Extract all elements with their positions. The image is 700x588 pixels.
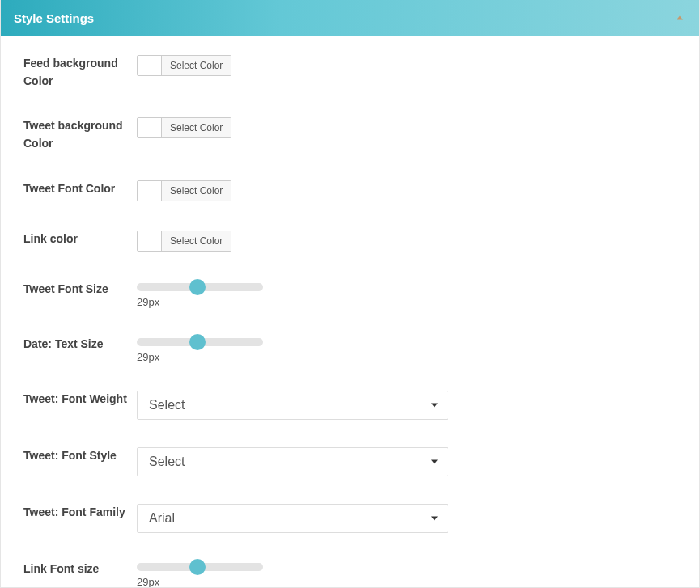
row-tweet-font-family: Tweet: Font Family Arial (23, 504, 677, 533)
label-tweet-font-weight: Tweet: Font Weight (23, 391, 137, 408)
slider-thumb-date-text-size[interactable] (189, 334, 206, 350)
control-link-font-size: 29px (137, 561, 677, 588)
slider-value-tweet-font-size: 29px (137, 296, 263, 308)
panel-header[interactable]: Style Settings (1, 0, 699, 36)
label-tweet-font-family: Tweet: Font Family (23, 504, 137, 522)
color-swatch-link-color[interactable] (138, 231, 162, 251)
control-tweet-font-family: Arial (137, 504, 677, 533)
label-link-font-size: Link Font size (23, 561, 137, 578)
label-tweet-font-style: Tweet: Font Style (23, 447, 137, 465)
slider-tweet-font-size: 29px (137, 283, 263, 308)
control-feed-bg: Select Color (137, 55, 677, 78)
color-swatch-feed-bg[interactable] (138, 56, 162, 75)
select-tweet-font-family[interactable]: Arial (137, 504, 448, 533)
chevron-down-icon (431, 459, 438, 463)
label-tweet-font-size: Tweet Font Size (23, 281, 137, 298)
slider-thumb-link-font-size[interactable] (189, 559, 206, 575)
control-tweet-font-weight: Select (137, 391, 677, 420)
row-tweet-font-weight: Tweet: Font Weight Select (23, 391, 677, 420)
select-color-button-tweet-font-color[interactable]: Select Color (162, 181, 231, 201)
label-link-color: Link color (23, 231, 137, 248)
color-picker-tweet-bg[interactable]: Select Color (137, 117, 231, 138)
row-tweet-bg: Tweet background Color Select Color (23, 117, 677, 152)
select-value-tweet-font-family: Arial (149, 511, 175, 526)
panel-body: Feed background Color Select Color Tweet… (1, 36, 699, 588)
row-link-font-size: Link Font size 29px (23, 561, 677, 588)
slider-track-tweet-font-size[interactable] (137, 283, 263, 291)
color-swatch-tweet-font-color[interactable] (138, 181, 162, 201)
control-date-text-size: 29px (137, 336, 677, 363)
panel-title: Style Settings (14, 11, 94, 25)
control-tweet-font-color: Select Color (137, 180, 677, 203)
control-tweet-bg: Select Color (137, 117, 677, 140)
select-color-button-link-color[interactable]: Select Color (162, 231, 231, 251)
row-tweet-font-style: Tweet: Font Style Select (23, 447, 677, 476)
row-tweet-font-size: Tweet Font Size 29px (23, 281, 677, 308)
select-color-button-tweet-bg[interactable]: Select Color (162, 118, 231, 137)
chevron-down-icon (431, 516, 438, 520)
style-settings-panel: Style Settings Feed background Color Sel… (0, 0, 700, 588)
collapse-caret-icon (677, 16, 683, 20)
slider-track-link-font-size[interactable] (137, 563, 263, 571)
control-tweet-font-size: 29px (137, 281, 677, 308)
control-link-color: Select Color (137, 231, 677, 253)
color-picker-tweet-font-color[interactable]: Select Color (137, 180, 231, 201)
color-swatch-tweet-bg[interactable] (138, 118, 162, 137)
slider-track-date-text-size[interactable] (137, 338, 263, 346)
row-tweet-font-color: Tweet Font Color Select Color (23, 180, 677, 203)
row-feed-bg: Feed background Color Select Color (23, 55, 677, 90)
label-tweet-bg: Tweet background Color (23, 117, 137, 152)
select-color-button-feed-bg[interactable]: Select Color (162, 56, 231, 75)
select-tweet-font-style[interactable]: Select (137, 447, 448, 476)
control-tweet-font-style: Select (137, 447, 677, 476)
label-feed-bg: Feed background Color (23, 55, 137, 90)
chevron-down-icon (431, 403, 438, 407)
slider-date-text-size: 29px (137, 338, 263, 363)
slider-link-font-size: 29px (137, 563, 263, 588)
select-value-tweet-font-style: Select (149, 455, 185, 469)
row-link-color: Link color Select Color (23, 231, 677, 253)
select-tweet-font-weight[interactable]: Select (137, 391, 448, 420)
slider-thumb-tweet-font-size[interactable] (189, 279, 206, 295)
color-picker-link-color[interactable]: Select Color (137, 231, 231, 252)
slider-value-date-text-size: 29px (137, 351, 263, 363)
label-tweet-font-color: Tweet Font Color (23, 180, 137, 198)
color-picker-feed-bg[interactable]: Select Color (137, 55, 231, 76)
select-value-tweet-font-weight: Select (149, 398, 185, 412)
row-date-text-size: Date: Text Size 29px (23, 336, 677, 363)
slider-value-link-font-size: 29px (137, 576, 263, 588)
label-date-text-size: Date: Text Size (23, 336, 137, 353)
